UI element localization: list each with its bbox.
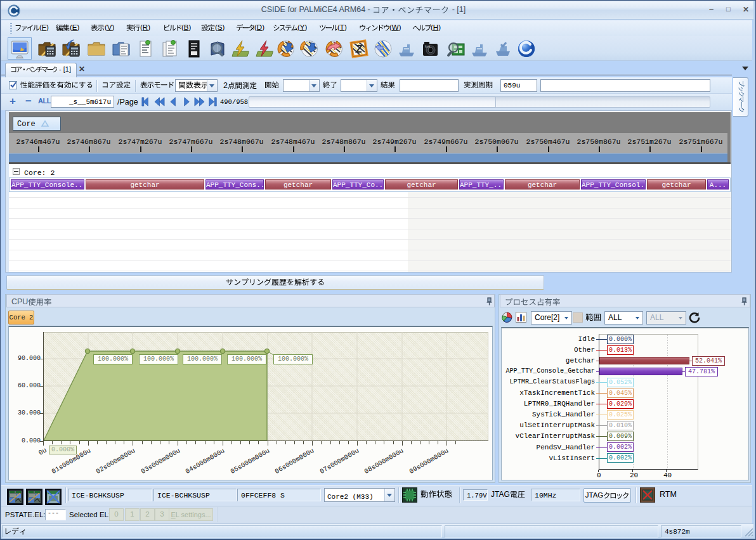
svg-text:look: look [425, 45, 431, 48]
